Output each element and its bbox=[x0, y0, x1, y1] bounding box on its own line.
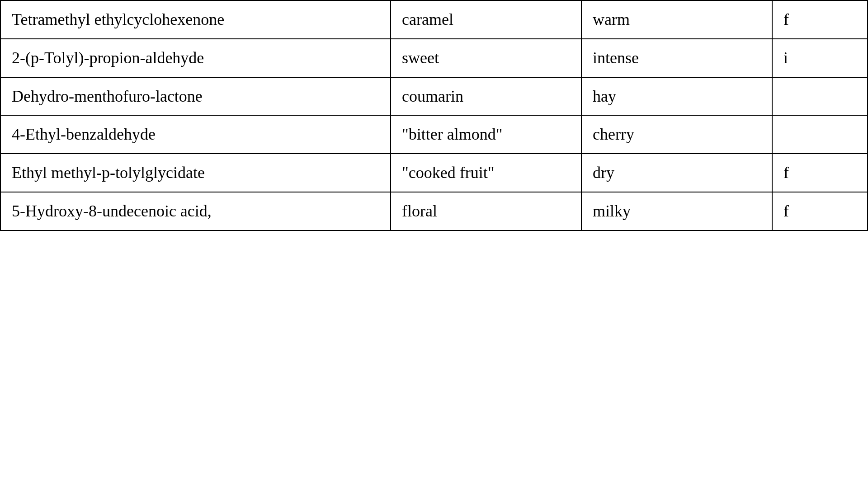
table-row: 5-Hydroxy-8-undecenoic acid,floralmilkyf bbox=[0, 192, 868, 230]
odor-descriptor-3: f bbox=[772, 154, 868, 192]
compound-name: 2-(p-Tolyl)-propion-aldehyde bbox=[0, 39, 391, 77]
odor-descriptor-3: f bbox=[772, 192, 868, 230]
compound-table: Tetramethyl ethylcyclohexenonecaramelwar… bbox=[0, 0, 868, 231]
odor-descriptor-1: "cooked fruit" bbox=[391, 154, 581, 192]
odor-descriptor-1: sweet bbox=[391, 39, 581, 77]
table-row: Tetramethyl ethylcyclohexenonecaramelwar… bbox=[0, 0, 868, 39]
table-container: Tetramethyl ethylcyclohexenonecaramelwar… bbox=[0, 0, 868, 488]
odor-descriptor-3 bbox=[772, 115, 868, 154]
odor-descriptor-3: i bbox=[772, 39, 868, 77]
odor-descriptor-3: f bbox=[772, 0, 868, 39]
odor-descriptor-1: floral bbox=[391, 192, 581, 230]
table-row: Dehydro-menthofuro-lactonecoumarinhay bbox=[0, 77, 868, 116]
compound-name: Tetramethyl ethylcyclohexenone bbox=[0, 0, 391, 39]
compound-name: 4-Ethyl-benzaldehyde bbox=[0, 115, 391, 154]
compound-name: Dehydro-menthofuro-lactone bbox=[0, 77, 391, 116]
odor-descriptor-2: cherry bbox=[581, 115, 772, 154]
odor-descriptor-2: milky bbox=[581, 192, 772, 230]
odor-descriptor-2: intense bbox=[581, 39, 772, 77]
odor-descriptor-3 bbox=[772, 77, 868, 116]
odor-descriptor-2: hay bbox=[581, 77, 772, 116]
table-row: Ethyl methyl-p-tolylglycidate"cooked fru… bbox=[0, 154, 868, 192]
compound-name: 5-Hydroxy-8-undecenoic acid, bbox=[0, 192, 391, 230]
odor-descriptor-1: caramel bbox=[391, 0, 581, 39]
table-row: 2-(p-Tolyl)-propion-aldehydesweetintense… bbox=[0, 39, 868, 77]
odor-descriptor-1: "bitter almond" bbox=[391, 115, 581, 154]
table-row: 4-Ethyl-benzaldehyde"bitter almond"cherr… bbox=[0, 115, 868, 154]
odor-descriptor-2: dry bbox=[581, 154, 772, 192]
odor-descriptor-2: warm bbox=[581, 0, 772, 39]
compound-name: Ethyl methyl-p-tolylglycidate bbox=[0, 154, 391, 192]
odor-descriptor-1: coumarin bbox=[391, 77, 581, 116]
